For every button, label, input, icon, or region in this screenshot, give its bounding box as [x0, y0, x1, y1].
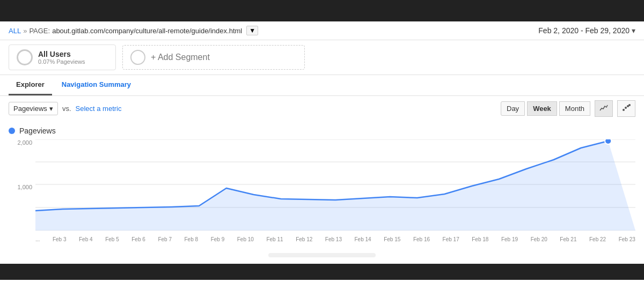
metric-dropdown-icon: ▾: [49, 105, 53, 113]
tab-explorer[interactable]: Explorer: [9, 75, 52, 95]
x-label-feb3: Feb 3: [53, 236, 67, 242]
chart-inner: [35, 139, 635, 231]
controls-bar: Pageviews ▾ vs. Select a metric Day Week…: [0, 96, 644, 121]
segments-bar: All Users 0.07% Pageviews + Add Segment: [0, 40, 644, 75]
segment-sublabel: 0.07% Pageviews: [38, 58, 85, 65]
svg-point-1: [625, 107, 627, 109]
x-label-feb23: Feb 23: [619, 236, 635, 242]
add-segment-label: + Add Segment: [151, 53, 210, 62]
x-label-feb4: Feb 4: [79, 236, 93, 242]
x-label-feb20: Feb 20: [531, 236, 547, 242]
chart-svg: [35, 139, 635, 231]
x-label-feb6: Feb 6: [131, 236, 145, 242]
chart-area: Pageviews 2,000 1,000: [0, 121, 644, 247]
x-axis: ... Feb 3 Feb 4 Feb 5 Feb 6 Feb 7 Feb 8 …: [35, 232, 635, 247]
tabs-bar: Explorer Navigation Summary: [0, 75, 644, 96]
segment-circle-icon: [17, 49, 33, 65]
legend-label: Pageviews: [19, 127, 56, 135]
all-users-segment[interactable]: All Users 0.07% Pageviews: [9, 44, 116, 70]
week-button[interactable]: Week: [527, 101, 557, 116]
month-button[interactable]: Month: [559, 101, 590, 116]
date-range: Feb 2, 2020 - Feb 29, 2020 ▾: [538, 26, 635, 35]
svg-point-0: [623, 109, 625, 111]
line-chart-button[interactable]: [595, 100, 613, 117]
y-label-1000: 1,000: [9, 184, 35, 190]
scatter-chart-button[interactable]: [617, 100, 635, 117]
x-label-feb22: Feb 22: [589, 236, 606, 242]
breadcrumb-separator: »: [23, 27, 27, 35]
y-axis: 2,000 1,000: [9, 139, 35, 231]
x-label-feb15: Feb 15: [384, 236, 400, 242]
breadcrumb-page-url: about.gitlab.com/company/culture/all-rem…: [52, 27, 242, 35]
x-label-feb14: Feb 14: [355, 236, 371, 242]
x-label-feb19: Feb 19: [501, 236, 518, 242]
top-bar: [0, 0, 644, 21]
legend-dot-icon: [9, 128, 15, 134]
svg-marker-9: [35, 141, 635, 231]
breadcrumb-all-link[interactable]: ALL: [9, 27, 21, 35]
metric-dropdown[interactable]: Pageviews ▾: [9, 102, 58, 115]
scatter-chart-icon: [622, 103, 631, 112]
metric-label: Pageviews: [13, 105, 47, 113]
x-label-feb11: Feb 11: [266, 236, 283, 242]
svg-point-10: [605, 139, 611, 144]
x-label-dots: ...: [35, 236, 40, 242]
day-button[interactable]: Day: [501, 101, 525, 116]
add-segment-circle-icon: [130, 50, 145, 65]
x-label-feb7: Feb 7: [158, 236, 172, 242]
chart-legend: Pageviews: [9, 127, 635, 135]
x-label-feb8: Feb 8: [185, 236, 199, 242]
x-label-feb5: Feb 5: [105, 236, 119, 242]
controls-left: Pageviews ▾ vs. Select a metric: [9, 102, 121, 115]
vs-label: vs.: [62, 105, 71, 113]
controls-right: Day Week Month: [501, 100, 635, 117]
x-label-feb16: Feb 16: [413, 236, 430, 242]
date-range-label: Feb 2, 2020 - Feb 29, 2020: [538, 26, 630, 35]
breadcrumb-dropdown-button[interactable]: ▼: [246, 26, 258, 35]
x-label-feb18: Feb 18: [472, 236, 488, 242]
line-chart-icon: [599, 103, 608, 112]
bottom-bar: [0, 264, 644, 280]
y-label-2000: 2,000: [9, 139, 35, 146]
scroll-indicator[interactable]: [268, 253, 376, 257]
segment-label: All Users: [38, 50, 85, 58]
x-label-feb21: Feb 21: [560, 236, 576, 242]
x-label-feb12: Feb 12: [296, 236, 312, 242]
select-metric-link[interactable]: Select a metric: [76, 105, 122, 113]
breadcrumb: ALL » PAGE: about.gitlab.com/company/cul…: [9, 26, 258, 35]
segment-info: All Users 0.07% Pageviews: [38, 50, 85, 65]
tab-navigation-summary[interactable]: Navigation Summary: [54, 75, 138, 95]
breadcrumb-page-label: PAGE:: [29, 27, 50, 35]
date-range-dropdown-icon[interactable]: ▾: [632, 26, 635, 35]
add-segment-button[interactable]: + Add Segment: [122, 45, 305, 70]
x-label-feb9: Feb 9: [211, 236, 225, 242]
x-label-feb17: Feb 17: [443, 236, 459, 242]
chart-container: 2,000 1,000 ...: [9, 139, 635, 247]
svg-point-3: [628, 104, 631, 106]
breadcrumb-bar: ALL » PAGE: about.gitlab.com/company/cul…: [0, 21, 644, 40]
x-label-feb10: Feb 10: [237, 236, 254, 242]
x-label-feb13: Feb 13: [325, 236, 342, 242]
